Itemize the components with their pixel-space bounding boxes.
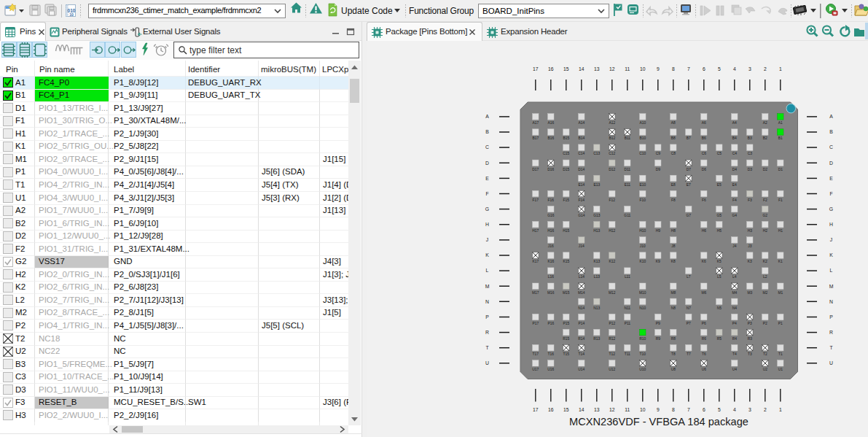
svg-text:H12: H12 (609, 229, 615, 233)
svg-text:E4: E4 (732, 183, 737, 187)
svg-text:B4: B4 (732, 136, 737, 140)
svg-text:G13: G13 (593, 214, 601, 217)
svg-text:F3: F3 (748, 198, 752, 202)
svg-text:N4: N4 (732, 306, 738, 310)
svg-text:M1: M1 (778, 291, 783, 295)
svg-text:T7: T7 (687, 352, 691, 356)
svg-text:F: F (485, 191, 488, 196)
svg-text:5: 5 (718, 66, 721, 71)
svg-text:B12: B12 (609, 136, 615, 140)
svg-text:H17: H17 (532, 229, 539, 233)
svg-text:G7: G7 (687, 214, 692, 217)
svg-text:D4: D4 (732, 168, 738, 171)
svg-text:T14: T14 (579, 352, 585, 356)
svg-text:A16: A16 (547, 121, 554, 125)
svg-text:N: N (485, 299, 489, 304)
svg-text:13: 13 (594, 407, 600, 412)
svg-text:C13: C13 (593, 152, 600, 155)
svg-text:P14: P14 (578, 322, 584, 325)
svg-text:N8: N8 (671, 306, 676, 310)
svg-text:C6: C6 (702, 152, 707, 155)
svg-text:G4: G4 (732, 214, 738, 217)
svg-text:U: U (829, 360, 833, 366)
svg-text:J: J (830, 237, 832, 242)
svg-text:H1: H1 (778, 229, 783, 233)
svg-text:T8: T8 (671, 352, 676, 356)
svg-text:16: 16 (548, 66, 554, 71)
svg-text:J16: J16 (548, 244, 554, 248)
svg-text:D1: D1 (778, 168, 783, 171)
svg-text:U17: U17 (532, 368, 539, 371)
svg-text:H13: H13 (593, 229, 600, 233)
svg-text:MCXN236VDF - VFBGA 184 package: MCXN236VDF - VFBGA 184 package (569, 416, 748, 428)
svg-text:K5: K5 (717, 260, 722, 263)
svg-text:G16: G16 (547, 214, 555, 217)
svg-text:B17: B17 (532, 136, 539, 140)
svg-text:T3: T3 (748, 352, 752, 356)
svg-text:15: 15 (563, 66, 569, 71)
svg-text:K9: K9 (656, 260, 660, 263)
svg-text:T11: T11 (625, 352, 630, 356)
svg-text:F15: F15 (563, 198, 570, 202)
svg-text:M14: M14 (578, 291, 585, 295)
svg-text:L7: L7 (687, 275, 691, 279)
svg-text:U10: U10 (639, 368, 646, 371)
svg-text:A12: A12 (609, 121, 615, 125)
svg-text:U6: U6 (702, 368, 707, 371)
svg-text:F14: F14 (579, 198, 585, 202)
svg-text:K12: K12 (609, 260, 615, 263)
svg-text:E7: E7 (687, 183, 691, 187)
svg-text:A4: A4 (732, 121, 737, 125)
svg-text:D16: D16 (547, 168, 554, 171)
svg-text:U16: U16 (547, 368, 554, 371)
svg-text:M8: M8 (670, 291, 676, 295)
svg-text:R6: R6 (702, 337, 707, 341)
svg-text:T2: T2 (763, 352, 767, 356)
svg-text:7: 7 (687, 407, 690, 412)
svg-text:U4: U4 (732, 368, 738, 371)
svg-text:L11: L11 (625, 275, 630, 279)
svg-text:D12: D12 (609, 168, 615, 171)
svg-text:A10: A10 (639, 121, 646, 125)
svg-text:H6: H6 (702, 229, 707, 233)
svg-text:C4: C4 (732, 152, 738, 155)
svg-text:14: 14 (579, 407, 584, 412)
svg-text:T: T (829, 345, 832, 350)
svg-text:P7: P7 (687, 322, 691, 325)
svg-text:B3: B3 (748, 136, 752, 140)
svg-text:D6: D6 (702, 168, 707, 171)
svg-text:8: 8 (672, 66, 675, 71)
svg-text:B10: B10 (639, 136, 646, 140)
svg-text:H10: H10 (639, 229, 646, 233)
svg-text:17: 17 (533, 66, 539, 71)
svg-text:H16: H16 (547, 229, 554, 233)
svg-text:10: 10 (640, 407, 646, 412)
svg-text:F: F (829, 191, 832, 196)
svg-text:A17: A17 (532, 121, 539, 125)
svg-text:P: P (485, 314, 489, 320)
svg-text:F16: F16 (548, 198, 555, 202)
svg-text:D9: D9 (656, 168, 661, 171)
svg-text:G14: G14 (578, 214, 585, 217)
svg-text:F4: F4 (732, 198, 737, 202)
svg-text:L2: L2 (763, 275, 767, 279)
svg-text:2: 2 (764, 407, 767, 412)
svg-text:P: P (829, 314, 833, 320)
svg-text:D15: D15 (563, 168, 569, 171)
svg-text:L: L (486, 268, 489, 273)
svg-text:T6: T6 (702, 352, 706, 356)
svg-text:C10: C10 (639, 152, 646, 155)
svg-text:E11: E11 (625, 183, 631, 187)
svg-text:K16: K16 (547, 260, 554, 263)
svg-text:F6: F6 (702, 198, 706, 202)
svg-text:T1: T1 (778, 352, 783, 356)
svg-text:N14: N14 (578, 306, 584, 310)
svg-text:17: 17 (533, 407, 539, 412)
svg-text:G: G (485, 206, 489, 212)
svg-text:R: R (485, 330, 489, 335)
svg-text:E10: E10 (639, 183, 646, 187)
svg-text:U12: U12 (609, 368, 615, 371)
svg-text:B1: B1 (778, 136, 783, 140)
svg-text:J8: J8 (671, 244, 675, 248)
svg-text:C14: C14 (578, 152, 584, 155)
